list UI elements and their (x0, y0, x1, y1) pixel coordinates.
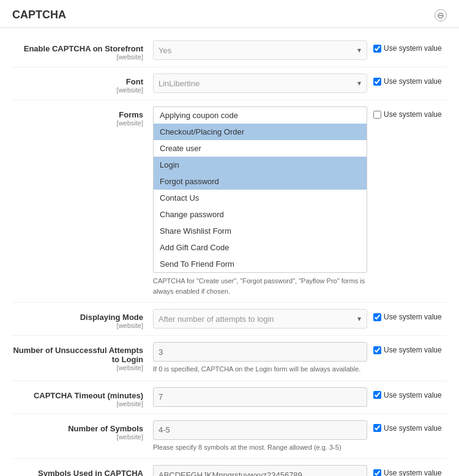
system-value-col-displaying-mode: Use system value (367, 309, 447, 321)
label-col-forms: Forms[website] (12, 106, 153, 127)
label-enable-captcha: Enable CAPTCHA on Storefront (12, 44, 143, 53)
form-row-displaying-mode: Displaying Mode[website]After number of … (12, 303, 447, 336)
multiselect-option-4[interactable]: Forgot password (154, 173, 367, 190)
page-header: CAPTCHA ⊖ (0, 0, 459, 28)
form-row-forms: Forms[website]Applying coupon codeChecko… (12, 100, 447, 303)
label-sub-forms: [website] (12, 119, 143, 127)
select-wrapper-font: LinLibertine (153, 73, 367, 93)
input-captcha-timeout[interactable] (153, 387, 367, 407)
label-sub-unsuccessful-attempts: [website] (12, 364, 143, 371)
system-value-label-enable-captcha[interactable]: Use system value (373, 44, 442, 53)
system-value-col-captcha-timeout: Use system value (367, 387, 447, 400)
label-sub-font: [website] (12, 86, 143, 94)
label-col-displaying-mode: Displaying Mode[website] (12, 309, 153, 329)
label-col-number-of-symbols: Number of Symbols[website] (12, 420, 153, 441)
label-number-of-symbols: Number of Symbols (12, 424, 143, 433)
select-displaying-mode[interactable]: After number of attempts to loginAlways (153, 309, 367, 329)
form-row-unsuccessful-attempts: Number of Unsuccessful Attempts to Login… (12, 336, 447, 381)
label-col-enable-captcha: Enable CAPTCHA on Storefront[website] (12, 40, 153, 61)
label-displaying-mode: Displaying Mode (12, 313, 143, 322)
system-value-text-captcha-timeout: Use system value (384, 391, 442, 400)
form-row-number-of-symbols: Number of Symbols[website]Please specify… (12, 414, 447, 459)
system-value-checkbox-captcha-timeout[interactable] (373, 391, 381, 399)
system-value-col-enable-captcha: Use system value (367, 40, 447, 53)
multiselect-option-0[interactable]: Applying coupon code (154, 107, 367, 124)
label-col-font: Font[website] (12, 73, 153, 94)
collapse-icon[interactable]: ⊖ (435, 9, 447, 21)
form-row-enable-captcha: Enable CAPTCHA on Storefront[website]Yes… (12, 34, 447, 67)
multiselect-option-1[interactable]: Checkout/Placing Order (154, 124, 367, 140)
system-value-checkbox-unsuccessful-attempts[interactable] (373, 346, 381, 354)
system-value-col-unsuccessful-attempts: Use system value (367, 342, 447, 354)
system-value-label-displaying-mode[interactable]: Use system value (373, 313, 442, 321)
input-col-unsuccessful-attempts: If 0 is specified, CAPTCHA on the Login … (153, 342, 367, 374)
label-forms: Forms (12, 110, 143, 119)
form-section: Enable CAPTCHA on Storefront[website]Yes… (0, 28, 459, 476)
form-row-captcha-timeout: CAPTCHA Timeout (minutes)[website]Use sy… (12, 381, 447, 414)
system-value-label-number-of-symbols[interactable]: Use system value (373, 424, 442, 433)
label-symbols-used: Symbols Used in CAPTCHA (12, 469, 143, 476)
multiselect-option-3[interactable]: Login (154, 157, 367, 173)
system-value-text-unsuccessful-attempts: Use system value (384, 346, 442, 354)
label-col-symbols-used: Symbols Used in CAPTCHA[website] (12, 465, 153, 476)
select-enable-captcha[interactable]: YesNo (153, 40, 367, 60)
input-unsuccessful-attempts[interactable] (153, 342, 367, 362)
multiselect-option-7[interactable]: Share Wishlist Form (154, 223, 367, 239)
system-value-checkbox-enable-captcha[interactable] (373, 45, 381, 53)
system-value-text-symbols-used: Use system value (384, 469, 442, 476)
system-value-label-symbols-used[interactable]: Use system value (373, 469, 442, 476)
multiselect-option-6[interactable]: Change password (154, 206, 367, 223)
form-row-font: Font[website]LinLibertineUse system valu… (12, 67, 447, 100)
system-value-text-font: Use system value (384, 77, 442, 86)
label-sub-enable-captcha: [website] (12, 53, 143, 61)
label-sub-number-of-symbols: [website] (12, 433, 143, 441)
select-wrapper-displaying-mode: After number of attempts to loginAlways (153, 309, 367, 329)
multiselect-option-9[interactable]: Send To Friend Form (154, 256, 367, 272)
help-number-of-symbols: Please specify 8 symbols at the most. Ra… (153, 442, 367, 453)
system-value-col-symbols-used: Use system value (367, 465, 447, 476)
label-captcha-timeout: CAPTCHA Timeout (minutes) (12, 391, 143, 400)
label-unsuccessful-attempts: Number of Unsuccessful Attempts to Login (12, 346, 143, 364)
select-font[interactable]: LinLibertine (153, 73, 367, 93)
system-value-checkbox-displaying-mode[interactable] (373, 313, 381, 321)
label-font: Font (12, 77, 143, 86)
system-value-text-enable-captcha: Use system value (384, 44, 442, 53)
system-value-label-forms[interactable]: Use system value (373, 110, 442, 119)
input-col-number-of-symbols: Please specify 8 symbols at the most. Ra… (153, 420, 367, 453)
system-value-col-number-of-symbols: Use system value (367, 420, 447, 433)
multiselect-option-2[interactable]: Create user (154, 140, 367, 157)
input-col-enable-captcha: YesNo (153, 40, 367, 60)
multiselect-forms[interactable]: Applying coupon codeCheckout/Placing Ord… (153, 106, 367, 273)
system-value-text-number-of-symbols: Use system value (384, 424, 442, 433)
multiselect-option-8[interactable]: Add Gift Card Code (154, 239, 367, 256)
label-sub-captcha-timeout: [website] (12, 400, 143, 407)
form-row-symbols-used: Symbols Used in CAPTCHA[website]Please u… (12, 459, 447, 476)
label-sub-displaying-mode: [website] (12, 322, 143, 329)
input-col-font: LinLibertine (153, 73, 367, 93)
help-unsuccessful-attempts: If 0 is specified, CAPTCHA on the Login … (153, 364, 367, 374)
system-value-col-forms: Use system value (367, 106, 447, 119)
input-col-forms: Applying coupon codeCheckout/Placing Ord… (153, 106, 367, 296)
system-value-checkbox-forms[interactable] (373, 111, 381, 119)
system-value-text-displaying-mode: Use system value (384, 313, 442, 321)
system-value-label-unsuccessful-attempts[interactable]: Use system value (373, 346, 442, 354)
input-number-of-symbols[interactable] (153, 420, 367, 440)
system-value-col-font: Use system value (367, 73, 447, 86)
page-title: CAPTCHA (12, 9, 66, 21)
system-value-label-captcha-timeout[interactable]: Use system value (373, 391, 442, 400)
system-value-text-forms: Use system value (384, 110, 442, 119)
label-col-captcha-timeout: CAPTCHA Timeout (minutes)[website] (12, 387, 153, 407)
system-value-checkbox-number-of-symbols[interactable] (373, 424, 381, 432)
select-wrapper-enable-captcha: YesNo (153, 40, 367, 60)
label-col-unsuccessful-attempts: Number of Unsuccessful Attempts to Login… (12, 342, 153, 371)
multiselect-option-5[interactable]: Contact Us (154, 190, 367, 206)
system-value-label-font[interactable]: Use system value (373, 77, 442, 86)
help-forms: CAPTCHA for "Create user", "Forgot passw… (153, 276, 367, 296)
system-value-checkbox-font[interactable] (373, 78, 381, 86)
input-col-captcha-timeout (153, 387, 367, 407)
input-col-symbols-used: Please use only letters (a-z or A-Z) or … (153, 465, 367, 476)
system-value-checkbox-symbols-used[interactable] (373, 469, 381, 477)
input-col-displaying-mode: After number of attempts to loginAlways (153, 309, 367, 329)
input-symbols-used[interactable] (153, 465, 367, 476)
